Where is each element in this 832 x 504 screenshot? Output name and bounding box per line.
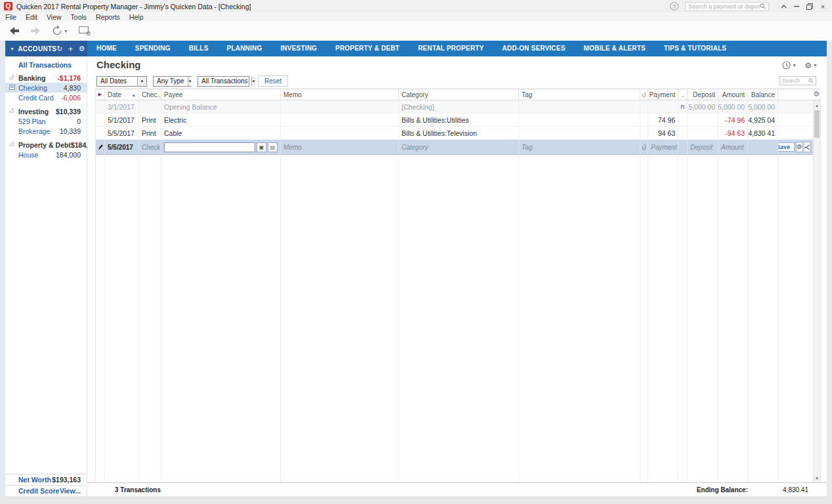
- register-columns-gear-icon[interactable]: ⚙: [813, 91, 820, 98]
- payee-input[interactable]: [164, 142, 255, 152]
- credit-score-row[interactable]: Credit Score View...: [5, 485, 87, 496]
- status-filter-select[interactable]: All Transactions ▼: [198, 76, 249, 87]
- accounts-gear-icon[interactable]: ⚙: [79, 45, 85, 52]
- nav-band: ▼ ACCOUNTS ↻ + ⚙ HOME SPENDING BILLS PLA…: [0, 41, 832, 56]
- back-button[interactable]: [9, 27, 20, 35]
- payee-report-button[interactable]: ▤: [268, 142, 278, 152]
- flag-column-icon[interactable]: ▶: [98, 92, 102, 97]
- register-history-button[interactable]: ▼: [782, 61, 797, 70]
- split-transaction-button[interactable]: [804, 142, 811, 152]
- accounts-refresh-icon[interactable]: ↻: [56, 45, 63, 52]
- chevron-down-icon[interactable]: ▼: [10, 47, 14, 51]
- scroll-up-icon[interactable]: ▲: [814, 101, 820, 110]
- payee-address-button[interactable]: ▣: [257, 142, 266, 152]
- cell-clr: [678, 114, 688, 126]
- column-header-tag[interactable]: Tag: [519, 89, 640, 100]
- register-panel: Checking ▼ ⚙ ▼ All Dates ▼ Any Type ▼ Al…: [87, 56, 827, 496]
- nav-tab-home[interactable]: HOME: [87, 41, 126, 56]
- register-search-input[interactable]: [782, 77, 808, 84]
- scroll-down-icon[interactable]: ▼: [814, 474, 820, 482]
- column-header-attachment[interactable]: [640, 89, 648, 100]
- collapse-chevron-icon[interactable]: [777, 1, 790, 11]
- menu-help[interactable]: Help: [129, 13, 144, 21]
- collapse-triangle-icon[interactable]: [9, 75, 14, 79]
- help-icon[interactable]: ?: [670, 2, 678, 10]
- nav-tab-property-debt[interactable]: PROPERTY & DEBT: [326, 41, 409, 56]
- nav-tab-investing[interactable]: INVESTING: [271, 41, 326, 56]
- menu-edit[interactable]: Edit: [26, 13, 37, 21]
- sidebar-item-credit-card[interactable]: Credit Card -6,006: [5, 93, 87, 102]
- collapse-triangle-icon[interactable]: [9, 108, 14, 113]
- column-header-amount[interactable]: Amount: [718, 89, 748, 100]
- column-header-check[interactable]: Chec...: [139, 89, 161, 100]
- edit-amount-field[interactable]: Amount: [721, 144, 743, 151]
- column-header-deposit[interactable]: Deposit: [688, 89, 718, 100]
- nav-tab-tips-tutorials[interactable]: TIPS & TUTORIALS: [655, 41, 736, 56]
- reset-button[interactable]: Reset: [258, 75, 288, 87]
- column-header-memo[interactable]: Memo: [281, 89, 399, 100]
- cell-amount: -94 63: [718, 127, 748, 139]
- edit-attachment-button[interactable]: [640, 140, 648, 154]
- global-search-box[interactable]: [685, 2, 769, 11]
- register-actions-button[interactable]: ⚙ ▼: [804, 62, 818, 70]
- column-header-payment[interactable]: Payment: [648, 89, 678, 100]
- nav-tab-spending[interactable]: SPENDING: [126, 41, 180, 56]
- sidebar-item-529-plan[interactable]: 529 Plan 0: [5, 116, 87, 126]
- scrollbar-thumb[interactable]: [814, 110, 820, 138]
- edit-memo-field[interactable]: Memo: [283, 144, 302, 151]
- save-button[interactable]: Save: [778, 142, 795, 152]
- column-header-category[interactable]: Category: [399, 89, 519, 100]
- credit-score-view-link[interactable]: View...: [60, 487, 81, 495]
- register-search-box[interactable]: [780, 76, 816, 85]
- table-row[interactable]: 5/5/2017 Print Cable Bills & Utilities:T…: [96, 127, 820, 140]
- sidebar-item-brokerage[interactable]: Brokerage 10,339: [5, 126, 87, 136]
- title-bar: Q Quicken 2017 Rental Property Manager -…: [0, 0, 832, 12]
- column-header-payee[interactable]: Payee: [161, 89, 281, 100]
- edit-category-field[interactable]: Category: [402, 144, 428, 151]
- edit-payment-field[interactable]: Payment: [651, 144, 676, 151]
- nav-tab-rental-property[interactable]: RENTAL PROPERTY: [409, 41, 493, 56]
- collapse-triangle-icon[interactable]: [9, 142, 14, 146]
- restore-button[interactable]: [803, 1, 816, 11]
- global-search-input[interactable]: [688, 3, 760, 10]
- menu-view[interactable]: View: [47, 13, 62, 21]
- menu-tools[interactable]: Tools: [71, 13, 87, 21]
- update-settings-button[interactable]: ⚙: [79, 26, 90, 35]
- sidebar-group-property-debt[interactable]: Property & Debt $184,000: [5, 140, 87, 150]
- table-row[interactable]: 3/1/2017 Opening Balance [Checking] R 5,…: [96, 100, 820, 114]
- nav-tab-mobile-alerts[interactable]: MOBILE & ALERTS: [575, 41, 655, 56]
- net-worth-row[interactable]: Net Worth $193,163: [5, 474, 87, 485]
- column-header-balance[interactable]: Balance: [748, 89, 778, 100]
- sidebar-group-investing[interactable]: Investing $10,339: [5, 106, 87, 116]
- menu-file[interactable]: File: [5, 13, 16, 21]
- one-step-update-button[interactable]: ▼: [51, 25, 68, 37]
- new-transaction-edit-row[interactable]: 5/5/2017 Check # ▣ ▤ Memo Category Tag P…: [96, 140, 820, 155]
- accounts-header-label: ACCOUNTS: [18, 45, 56, 52]
- type-filter-select[interactable]: Any Type ▼: [153, 76, 192, 87]
- edit-date-field[interactable]: 5/5/2017: [105, 140, 139, 154]
- edit-check-field[interactable]: Check #: [142, 144, 161, 151]
- edit-deposit-field[interactable]: Deposit: [690, 144, 713, 151]
- table-row[interactable]: 5/1/2017 Print Electric Bills & Utilitie…: [96, 114, 820, 127]
- nav-tab-addon-services[interactable]: ADD-ON SERVICES: [493, 41, 574, 56]
- nav-tab-bills[interactable]: BILLS: [180, 41, 218, 56]
- edit-tag-field[interactable]: Tag: [522, 144, 532, 151]
- close-button[interactable]: ×: [816, 1, 829, 11]
- date-filter-select[interactable]: All Dates ▼: [96, 76, 147, 87]
- update-dropdown-caret-icon[interactable]: ▼: [64, 29, 68, 33]
- group-balance: -$1,176: [57, 74, 81, 82]
- sidebar-group-banking[interactable]: Banking -$1,176: [5, 73, 87, 83]
- minimize-button[interactable]: [790, 1, 803, 11]
- vertical-scrollbar[interactable]: ▲ ▼: [813, 100, 821, 483]
- column-header-clr[interactable]: .: [678, 89, 688, 100]
- forward-button[interactable]: [30, 27, 41, 35]
- edit-settings-button[interactable]: ⚙: [796, 142, 803, 152]
- sidebar-item-all-transactions[interactable]: All Transactions: [5, 56, 87, 73]
- sidebar-item-house[interactable]: House 184,000: [5, 150, 87, 159]
- menu-reports[interactable]: Reports: [96, 13, 120, 21]
- sidebar-item-checking[interactable]: Checking 4,830: [5, 83, 87, 93]
- add-account-icon[interactable]: +: [68, 45, 73, 53]
- column-header-date[interactable]: Date▲: [105, 89, 139, 100]
- nav-tab-planning[interactable]: PLANNING: [218, 41, 272, 56]
- left-edge-strip: [0, 41, 5, 56]
